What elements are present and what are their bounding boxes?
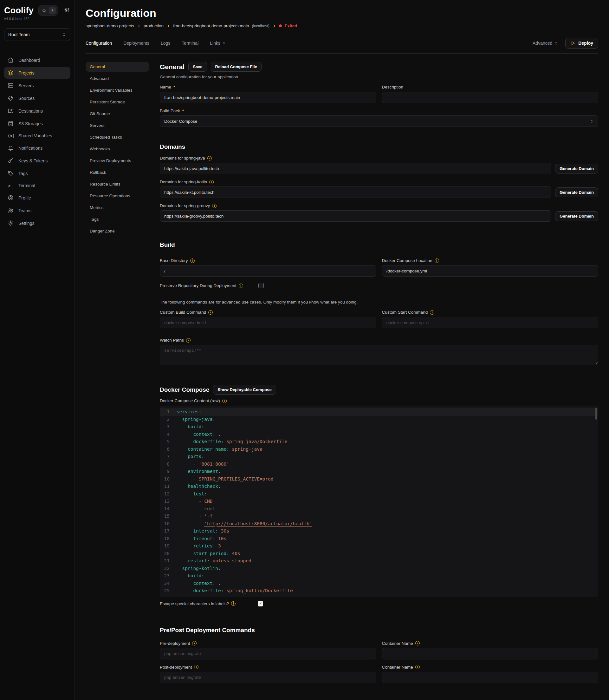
domain-input[interactable] bbox=[160, 210, 551, 222]
sidebar-item-dashboard[interactable]: Dashboard bbox=[4, 54, 70, 66]
subnav-item[interactable]: Rollback bbox=[86, 168, 149, 177]
save-button[interactable]: Save bbox=[188, 62, 207, 72]
subnav-item[interactable]: Danger Zone bbox=[86, 226, 149, 236]
info-icon[interactable] bbox=[430, 310, 434, 314]
tab-logs[interactable]: Logs bbox=[161, 40, 170, 46]
info-icon[interactable] bbox=[231, 601, 236, 606]
info-icon[interactable] bbox=[239, 284, 243, 288]
sidebar-item-servers[interactable]: Servers bbox=[4, 80, 70, 91]
info-icon[interactable] bbox=[415, 641, 420, 646]
generate-domain-button[interactable]: Generate Domain bbox=[555, 187, 598, 197]
tab-links[interactable]: Links bbox=[210, 40, 226, 46]
sidebar-item-destinations[interactable]: Destinations bbox=[4, 105, 70, 117]
pre-container-name-field[interactable] bbox=[382, 648, 598, 660]
code-line: 9 environment: bbox=[160, 468, 598, 475]
sidebar-item-terminal[interactable]: Terminal bbox=[4, 180, 70, 191]
pre-deployment-field[interactable] bbox=[160, 648, 376, 660]
domain-input[interactable] bbox=[160, 187, 551, 198]
tab-terminal[interactable]: Terminal bbox=[182, 40, 198, 46]
code-key: services: bbox=[177, 409, 202, 414]
sidebar-item-profile[interactable]: Profile bbox=[4, 192, 70, 204]
domain-input[interactable] bbox=[160, 163, 551, 174]
line-number: 7 bbox=[160, 453, 177, 461]
post-deployment-field[interactable] bbox=[160, 672, 376, 683]
info-icon[interactable] bbox=[415, 665, 420, 669]
generate-domain-button[interactable]: Generate Domain bbox=[555, 164, 598, 173]
build-pack-select[interactable]: Docker Compose bbox=[160, 116, 598, 127]
generate-domain-button[interactable]: Generate Domain bbox=[555, 211, 598, 221]
code-key: healthcheck: bbox=[177, 484, 221, 489]
sidebar-item-s3-storages[interactable]: S3 Storages bbox=[4, 118, 70, 130]
info-icon[interactable] bbox=[222, 399, 227, 403]
sidebar-item-keys-tokens[interactable]: Keys & Tokens bbox=[4, 155, 70, 167]
base-directory-field[interactable] bbox=[160, 265, 376, 277]
subnav-item[interactable]: Metrics bbox=[86, 203, 149, 212]
subnav-item[interactable]: General bbox=[86, 62, 149, 72]
app-logo[interactable]: Coolify bbox=[4, 6, 34, 16]
subnav-item[interactable]: Resource Operations bbox=[86, 191, 149, 201]
show-deployable-compose-button[interactable]: Show Deployable Compose bbox=[213, 385, 276, 395]
section-title-build: Build bbox=[160, 241, 598, 248]
escape-labels-checkbox[interactable] bbox=[258, 601, 263, 607]
watch-paths-textarea[interactable] bbox=[160, 345, 598, 365]
subnav-item[interactable]: Scheduled Tasks bbox=[86, 132, 149, 142]
tab-deployments[interactable]: Deployments bbox=[123, 40, 149, 46]
tab-configuration[interactable]: Configuration bbox=[86, 40, 112, 46]
chevron-right-icon bbox=[272, 24, 276, 28]
sidebar-item-shared-variables[interactable]: Shared Variables bbox=[4, 130, 70, 141]
info-icon[interactable] bbox=[192, 641, 196, 646]
code-link: 'http://localhost:8080/actuator/health' bbox=[204, 521, 312, 526]
subnav-item[interactable]: Environment Variables bbox=[86, 85, 149, 95]
subnav-item[interactable]: Preview Deployments bbox=[86, 156, 149, 166]
subnav-item[interactable]: Resource Limits bbox=[86, 179, 149, 189]
sidebar-item-notifications[interactable]: Notifications bbox=[4, 142, 70, 154]
reload-compose-button[interactable]: Reload Compose File bbox=[211, 62, 262, 72]
info-icon[interactable] bbox=[194, 665, 198, 669]
compose-editor[interactable]: 1 services: 2 spring-java: 3 build: bbox=[160, 406, 598, 597]
info-icon[interactable] bbox=[208, 310, 213, 314]
post-container-name-field[interactable] bbox=[382, 672, 598, 683]
line-number: 3 bbox=[160, 423, 177, 431]
subnav-item[interactable]: Git Source bbox=[86, 109, 149, 119]
custom-start-command-field[interactable] bbox=[382, 317, 598, 328]
breadcrumb-project[interactable]: springboot-demo-projects bbox=[86, 23, 134, 28]
deploy-button[interactable]: Deploy bbox=[565, 38, 598, 49]
sidebar-item-sponsor[interactable]: Sponsor us bbox=[4, 697, 70, 700]
search-button[interactable]: / bbox=[38, 5, 58, 16]
name-field[interactable] bbox=[160, 92, 376, 103]
info-icon[interactable] bbox=[212, 204, 216, 208]
info-icon[interactable] bbox=[207, 156, 212, 160]
compose-location-label: Docker Compose Location bbox=[382, 258, 432, 263]
info-icon[interactable] bbox=[435, 258, 439, 263]
breadcrumb-environment[interactable]: production bbox=[144, 23, 163, 28]
domains-list: Domains for spring-java Generate Domain … bbox=[160, 156, 598, 222]
custom-build-command-field[interactable] bbox=[160, 317, 376, 328]
escape-labels-label: Escape special characters in labels? bbox=[160, 601, 229, 606]
subnav-item[interactable]: Advanced bbox=[86, 73, 149, 83]
sidebar-item-settings[interactable]: Settings bbox=[4, 217, 70, 229]
sidebar-item-tags[interactable]: Tags bbox=[4, 168, 70, 179]
subnav-item[interactable]: Webhooks bbox=[86, 144, 149, 154]
domain-label: Domains for spring-java bbox=[160, 156, 205, 160]
info-icon[interactable] bbox=[186, 338, 191, 343]
editor-scrollbar[interactable] bbox=[595, 408, 597, 420]
adjustments-button[interactable] bbox=[63, 6, 70, 15]
subnav-item[interactable]: Tags bbox=[86, 215, 149, 224]
description-field[interactable] bbox=[382, 92, 598, 103]
subnav-item[interactable]: Persistent Storage bbox=[86, 97, 149, 107]
breadcrumb-application[interactable]: fran-bec/springboot-demo-projects:main bbox=[173, 23, 249, 28]
compose-location-field[interactable] bbox=[382, 265, 598, 277]
sidebar-item-teams[interactable]: Teams bbox=[4, 205, 70, 216]
sidebar-item-projects[interactable]: Projects bbox=[4, 67, 70, 79]
code-value: . bbox=[215, 581, 221, 586]
team-selector[interactable]: Root Team bbox=[4, 28, 70, 41]
sidebar-footer: Sponsor us Feedback Logout bbox=[4, 697, 70, 700]
code-value: unless-stopped bbox=[210, 558, 251, 563]
info-icon[interactable] bbox=[190, 258, 195, 263]
sidebar-item-sources[interactable]: Sources bbox=[4, 92, 70, 104]
subnav-item[interactable]: Servers bbox=[86, 121, 149, 130]
advanced-dropdown[interactable]: Advanced bbox=[533, 40, 558, 46]
preserve-repo-checkbox[interactable] bbox=[258, 283, 264, 288]
code-line: 2 spring-java: bbox=[160, 416, 598, 423]
info-icon[interactable] bbox=[209, 180, 214, 184]
